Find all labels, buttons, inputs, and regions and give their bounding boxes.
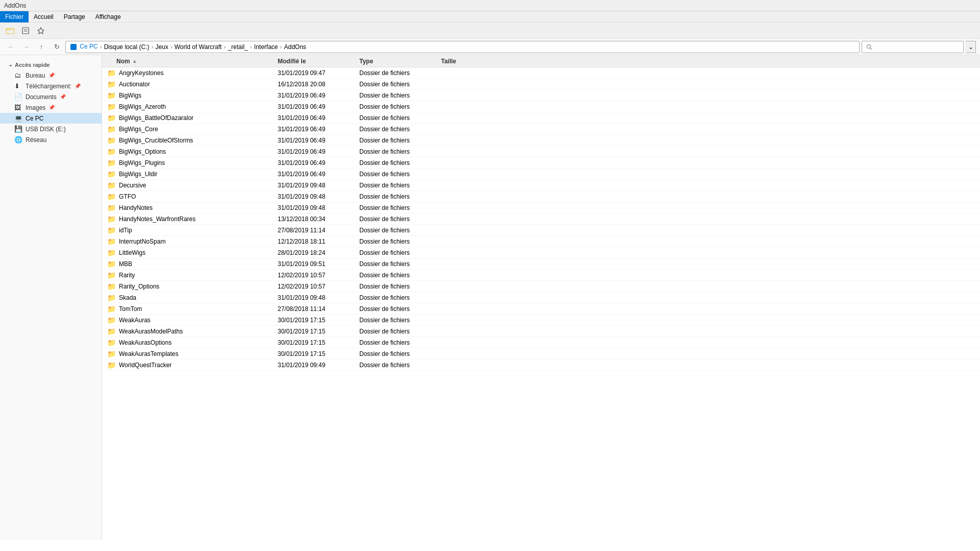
table-row[interactable]: 📁 BigWigs 31/01/2019 06:49 Dossier de fi… — [102, 90, 980, 101]
table-row[interactable]: 📁 BigWigs_Plugins 31/01/2019 06:49 Dossi… — [102, 157, 980, 169]
table-row[interactable]: 📁 Auctionator 16/12/2018 20:08 Dossier d… — [102, 79, 980, 90]
breadcrumb-disk[interactable]: Disque local (C:) — [104, 43, 150, 51]
folder-icon: 📁 — [107, 148, 116, 156]
breadcrumb-jeux[interactable]: Jeux — [155, 43, 168, 51]
table-row[interactable]: 📁 Rarity_Options 12/02/2019 10:57 Dossie… — [102, 281, 980, 292]
folder-icon: 📁 — [107, 237, 116, 246]
file-type: Dossier de fichiers — [357, 193, 439, 200]
sidebar-label-bureau: Bureau — [26, 72, 45, 79]
quick-access-chevron[interactable]: ⌄ — [8, 61, 13, 68]
address-path[interactable]: Ce PC › Disque local (C:) › Jeux › World… — [65, 41, 860, 53]
title-bar-text: AddOns — [4, 2, 26, 9]
table-row[interactable]: 📁 AngryKeystones 31/01/2019 09:47 Dossie… — [102, 67, 980, 79]
file-name: MBB — [119, 260, 132, 268]
back-button[interactable]: ← — [4, 40, 17, 54]
sidebar-item-cepc[interactable]: 💻 Ce PC — [0, 113, 102, 124]
folder-icon: 📁 — [107, 215, 116, 223]
breadcrumb-retail[interactable]: _retail_ — [228, 43, 248, 51]
address-dropdown[interactable]: ⌄ — [966, 41, 976, 53]
search-box[interactable] — [862, 41, 964, 53]
file-modified: 31/01/2019 06:49 — [276, 126, 357, 133]
file-type: Dossier de fichiers — [357, 159, 439, 166]
folder-icon: 📁 — [107, 271, 116, 279]
file-modified: 27/08/2019 11:14 — [276, 227, 357, 234]
file-type: Dossier de fichiers — [357, 92, 439, 99]
folder-icon: 📁 — [107, 361, 116, 369]
table-row[interactable]: 📁 BigWigs_CrucibleOfStorms 31/01/2019 06… — [102, 135, 980, 146]
pin-button[interactable] — [34, 23, 48, 38]
table-row[interactable]: 📁 WeakAurasOptions 30/01/2019 17:15 Doss… — [102, 337, 980, 348]
table-row[interactable]: 📁 BigWigs_Core 31/01/2019 06:49 Dossier … — [102, 124, 980, 135]
table-row[interactable]: 📁 BigWigs_Azeroth 31/01/2019 06:49 Dossi… — [102, 101, 980, 112]
menu-fichier[interactable]: Fichier — [0, 11, 29, 22]
table-row[interactable]: 📁 TomTom 27/08/2018 11:14 Dossier de fic… — [102, 303, 980, 315]
file-name: WeakAurasModelPaths — [119, 328, 183, 335]
col-header-name[interactable]: Nom ▲ — [102, 58, 276, 65]
file-type: Dossier de fichiers — [357, 283, 439, 290]
pin-icon-documents: 📌 — [60, 94, 66, 100]
table-row[interactable]: 📁 idTip 27/08/2019 11:14 Dossier de fich… — [102, 225, 980, 236]
table-row[interactable]: 📁 Rarity 12/02/2019 10:57 Dossier de fic… — [102, 270, 980, 281]
table-row[interactable]: 📁 BigWigs_Uldir 31/01/2019 06:49 Dossier… — [102, 169, 980, 180]
sidebar-item-bureau[interactable]: 🗂 Bureau 📌 — [0, 70, 102, 81]
file-modified: 31/01/2019 06:49 — [276, 103, 357, 110]
sidebar-item-telechargement[interactable]: ⬇ Téléchargement: 📌 — [0, 81, 102, 91]
table-row[interactable]: 📁 WeakAurasModelPaths 30/01/2019 17:15 D… — [102, 326, 980, 337]
breadcrumb-addons[interactable]: AddOns — [284, 43, 306, 51]
table-row[interactable]: 📁 WeakAurasTemplates 30/01/2019 17:15 Do… — [102, 348, 980, 360]
file-modified: 12/02/2019 10:57 — [276, 283, 357, 290]
up-button[interactable]: ↑ — [35, 40, 48, 54]
file-modified: 31/01/2019 06:49 — [276, 114, 357, 122]
file-type: Dossier de fichiers — [357, 272, 439, 279]
pin-icon-telechargement: 📌 — [75, 83, 81, 89]
column-header: Nom ▲ Modifié le Type Taille — [102, 55, 980, 67]
file-type: Dossier de fichiers — [357, 238, 439, 245]
sidebar-item-documents[interactable]: 📄 Documents 📌 — [0, 91, 102, 102]
sidebar-item-images[interactable]: 🖼 Images 📌 — [0, 102, 102, 113]
menu-partage[interactable]: Partage — [59, 11, 90, 22]
breadcrumb-wow[interactable]: World of Warcraft — [175, 43, 222, 51]
table-row[interactable]: 📁 WeakAuras 30/01/2019 17:15 Dossier de … — [102, 315, 980, 326]
table-row[interactable]: 📁 LittleWigs 28/01/2019 18:24 Dossier de… — [102, 247, 980, 258]
sidebar-label-cepc: Ce PC — [26, 115, 43, 122]
properties-button[interactable] — [18, 23, 33, 38]
file-name: WeakAurasOptions — [119, 339, 172, 346]
file-name: BigWigs_Plugins — [119, 159, 165, 166]
col-header-type[interactable]: Type — [357, 58, 439, 65]
refresh-button[interactable]: ↻ — [50, 40, 63, 54]
file-type: Dossier de fichiers — [357, 249, 439, 256]
file-name: HandyNotes_WarfrontRares — [119, 215, 195, 223]
sidebar-label-images: Images — [26, 104, 45, 111]
sidebar-item-usb[interactable]: 💾 USB DISK (E:) — [0, 124, 102, 134]
file-type: Dossier de fichiers — [357, 227, 439, 234]
table-row[interactable]: 📁 HandyNotes_WarfrontRares 13/12/2018 00… — [102, 213, 980, 225]
breadcrumb-interface[interactable]: Interface — [254, 43, 278, 51]
new-folder-button[interactable] — [3, 23, 17, 38]
cepc-icon: 💻 — [14, 114, 22, 122]
pin-icon-images: 📌 — [48, 105, 55, 110]
table-row[interactable]: 📁 BigWigs_BattleOfDazaralor 31/01/2019 0… — [102, 112, 980, 124]
menu-accueil[interactable]: Accueil — [29, 11, 59, 22]
col-header-modified[interactable]: Modifié le — [276, 58, 357, 65]
file-type: Dossier de fichiers — [357, 81, 439, 88]
table-row[interactable]: 📁 Decursive 31/01/2019 09:48 Dossier de … — [102, 180, 980, 191]
file-name: Auctionator — [119, 81, 150, 88]
table-row[interactable]: 📁 MBB 31/01/2019 09:51 Dossier de fichie… — [102, 258, 980, 270]
folder-icon: 📁 — [107, 316, 116, 324]
table-row[interactable]: 📁 GTFO 31/01/2019 09:48 Dossier de fichi… — [102, 191, 980, 202]
breadcrumb-item-cepc[interactable]: Ce PC — [70, 43, 98, 51]
file-name: Decursive — [119, 182, 146, 189]
menu-affichage[interactable]: Affichage — [90, 11, 126, 22]
table-row[interactable]: 📁 InterruptNoSpam 12/12/2018 18:11 Dossi… — [102, 236, 980, 247]
table-row[interactable]: 📁 WorldQuestTracker 31/01/2019 09:49 Dos… — [102, 360, 980, 371]
pin-icon-bureau: 📌 — [48, 73, 55, 78]
file-modified: 30/01/2019 17:15 — [276, 328, 357, 335]
forward-button[interactable]: → — [19, 40, 33, 54]
table-row[interactable]: 📁 BigWigs_Options 31/01/2019 06:49 Dossi… — [102, 146, 980, 157]
table-row[interactable]: 📁 HandyNotes 31/01/2019 09:48 Dossier de… — [102, 202, 980, 213]
col-header-size[interactable]: Taille — [439, 58, 490, 65]
file-modified: 12/02/2019 10:57 — [276, 272, 357, 279]
sidebar-label-telechargement: Téléchargement: — [26, 83, 71, 90]
table-row[interactable]: 📁 Skada 31/01/2019 09:48 Dossier de fich… — [102, 292, 980, 303]
sidebar-item-reseau[interactable]: 🌐 Réseau — [0, 134, 102, 145]
